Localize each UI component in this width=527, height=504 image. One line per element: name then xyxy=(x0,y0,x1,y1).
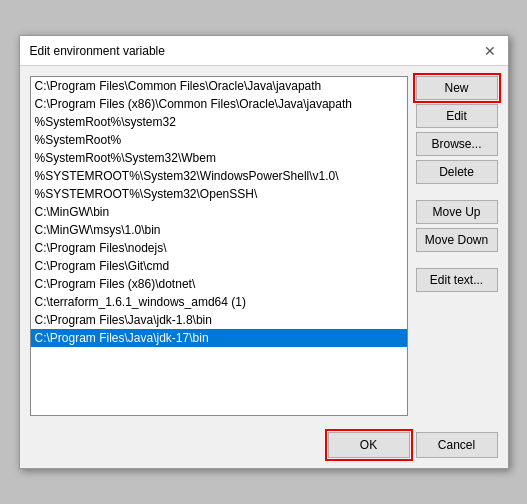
action-buttons-panel: New Edit Browse... Delete Move Up Move D… xyxy=(416,76,498,416)
list-item[interactable]: C:\Program Files\Java\jdk-17\bin xyxy=(31,329,407,347)
list-item[interactable]: %SYSTEMROOT%\System32\OpenSSH\ xyxy=(31,185,407,203)
edit-button[interactable]: Edit xyxy=(416,104,498,128)
new-button[interactable]: New xyxy=(416,76,498,100)
cancel-button[interactable]: Cancel xyxy=(416,432,498,458)
list-item[interactable]: C:\Program Files (x86)\Common Files\Orac… xyxy=(31,95,407,113)
list-item[interactable]: %SystemRoot%\system32 xyxy=(31,113,407,131)
list-item[interactable]: C:\Program Files\nodejs\ xyxy=(31,239,407,257)
list-item[interactable]: C:\Program Files (x86)\dotnet\ xyxy=(31,275,407,293)
edit-environment-variable-dialog: Edit environment variable ✕ C:\Program F… xyxy=(19,35,509,469)
ok-button[interactable]: OK xyxy=(328,432,410,458)
dialog-footer: OK Cancel xyxy=(20,426,508,468)
list-item[interactable]: C:\Program Files\Common Files\Oracle\Jav… xyxy=(31,77,407,95)
env-variable-list[interactable]: C:\Program Files\Common Files\Oracle\Jav… xyxy=(30,76,408,416)
delete-button[interactable]: Delete xyxy=(416,160,498,184)
list-item[interactable]: C:\MinGW\bin xyxy=(31,203,407,221)
list-item[interactable]: %SystemRoot% xyxy=(31,131,407,149)
list-item[interactable]: %SYSTEMROOT%\System32\WindowsPowerShell\… xyxy=(31,167,407,185)
dialog-title: Edit environment variable xyxy=(30,44,165,58)
dialog-content: C:\Program Files\Common Files\Oracle\Jav… xyxy=(20,66,508,426)
button-spacer-2 xyxy=(416,256,498,264)
title-bar: Edit environment variable ✕ xyxy=(20,36,508,66)
browse-button[interactable]: Browse... xyxy=(416,132,498,156)
list-item[interactable]: C:\terraform_1.6.1_windows_amd64 (1) xyxy=(31,293,407,311)
button-spacer xyxy=(416,188,498,196)
list-item[interactable]: C:\Program Files\Java\jdk-1.8\bin xyxy=(31,311,407,329)
close-button[interactable]: ✕ xyxy=(482,44,498,58)
move-up-button[interactable]: Move Up xyxy=(416,200,498,224)
list-item[interactable]: C:\MinGW\msys\1.0\bin xyxy=(31,221,407,239)
list-item[interactable]: C:\Program Files\Git\cmd xyxy=(31,257,407,275)
move-down-button[interactable]: Move Down xyxy=(416,228,498,252)
edit-text-button[interactable]: Edit text... xyxy=(416,268,498,292)
list-item[interactable]: %SystemRoot%\System32\Wbem xyxy=(31,149,407,167)
